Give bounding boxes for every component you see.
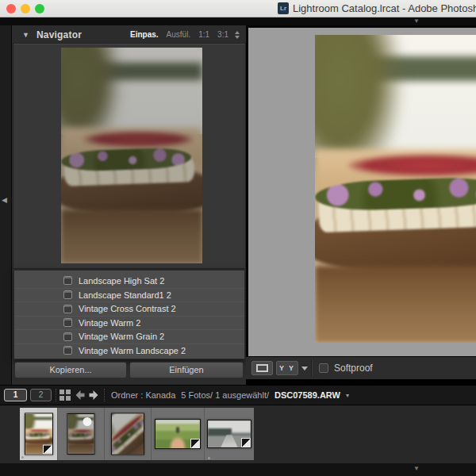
view-toolbar: Y Y Softproof — [246, 356, 476, 379]
adjustment-badge-icon[interactable] — [43, 445, 52, 455]
bottom-panel-strip: ▼ — [0, 463, 476, 476]
left-panel-collapse-icon[interactable]: ◀ — [2, 196, 7, 204]
loupe-view-icon — [256, 364, 268, 372]
thumb-photo — [111, 413, 144, 455]
lightroom-window: Lr Lightroom Catalog.lrcat - Adobe Photo… — [0, 0, 476, 476]
filmstrip-header-bar: 1 2 Ordner : Kanada 5 Fotos/ 1 ausgewähl… — [0, 385, 476, 405]
left-panel: ▼ Navigator Einpas. Ausfül. 1:1 3:1 Land… — [11, 25, 246, 385]
preset-item[interactable]: Landscape Standard1 2 — [14, 288, 244, 302]
filmstrip-thumb-4[interactable] — [151, 408, 204, 460]
previous-photo-icon[interactable] — [74, 390, 86, 401]
titlebar: Lr Lightroom Catalog.lrcat - Adobe Photo… — [0, 0, 476, 17]
preset-icon — [63, 305, 72, 313]
navigator-preview-box — [13, 43, 246, 269]
paste-settings-button[interactable]: Einfügen — [129, 362, 244, 378]
top-panel-strip: ▼ — [0, 17, 476, 25]
preset-label: Landscape High Sat 2 — [79, 276, 164, 286]
folder-label: Ordner : Kanada — [111, 390, 175, 400]
window-title-group: Lr Lightroom Catalog.lrcat - Adobe Photo… — [278, 2, 476, 14]
adjustment-badge-icon[interactable] — [241, 438, 251, 447]
copy-settings-button[interactable]: Kopieren... — [14, 362, 127, 378]
filename-caret-icon: ▾ — [346, 392, 349, 399]
loupe-view-button[interactable] — [251, 361, 273, 375]
filmstrip — [0, 405, 476, 463]
selected-filename: DSC07589.ARW — [274, 390, 340, 400]
bottom-panel-collapse-icon[interactable]: ▼ — [413, 465, 420, 472]
grid-view-icon[interactable] — [60, 390, 71, 401]
zoom-3-1-option[interactable]: 3:1 — [217, 30, 228, 39]
zoom-stepper[interactable] — [235, 31, 240, 39]
adjustment-badge-icon[interactable] — [190, 439, 200, 448]
filmstrip-thumb-3[interactable] — [104, 408, 151, 460]
left-panel-rail: ◀ — [0, 25, 11, 385]
disclosure-triangle-icon[interactable]: ▼ — [22, 31, 29, 39]
filmstrip-thumb-5[interactable] — [204, 408, 254, 460]
preset-label: Vintage Cross Contrast 2 — [79, 304, 176, 313]
next-photo-icon[interactable] — [88, 390, 100, 401]
navigator-preview-image[interactable] — [61, 48, 202, 263]
flag-dot — [208, 457, 210, 459]
preset-icon — [63, 346, 72, 355]
separator — [104, 389, 105, 401]
top-panel-collapse-icon[interactable]: ▼ — [413, 17, 420, 25]
preset-item[interactable]: Vintage Warm Grain 2 — [14, 329, 244, 344]
main-photo[interactable] — [315, 35, 476, 343]
preset-list: Landscape High Sat 2 Landscape Standard1… — [13, 270, 245, 359]
preset-item[interactable]: Vintage Warm 2 — [14, 316, 244, 330]
window-title: Lightroom Catalog.lrcat - Adobe Photosho… — [293, 2, 476, 14]
navigator-title: Navigator — [36, 29, 82, 40]
filmstrip-cells — [20, 408, 254, 460]
main-view-area — [246, 25, 476, 356]
filmstrip-source-indicator[interactable]: Ordner : Kanada 5 Fotos/ 1 ausgewählt/ D… — [111, 390, 349, 400]
preset-label: Landscape Standard1 2 — [79, 290, 171, 300]
zoom-1-1-option[interactable]: 1:1 — [198, 30, 209, 39]
preset-icon — [63, 332, 72, 341]
filmstrip-thumb-1[interactable] — [20, 408, 57, 460]
copy-paste-row: Kopieren... Einfügen — [14, 362, 244, 379]
lightroom-doc-icon: Lr — [278, 2, 289, 14]
close-window-button[interactable] — [6, 4, 16, 13]
preset-icon — [63, 290, 72, 299]
preset-icon — [63, 276, 72, 285]
softproof-checkbox[interactable] — [319, 363, 328, 373]
separator — [56, 389, 56, 401]
zoom-fill-option[interactable]: Ausfül. — [167, 30, 191, 39]
secondary-monitor-button[interactable]: 2 — [30, 389, 52, 401]
filmstrip-thumb-2[interactable] — [57, 408, 104, 460]
minimize-window-button[interactable] — [21, 4, 30, 13]
preset-item[interactable]: Vintage Cross Contrast 2 — [14, 301, 244, 316]
zoom-window-button[interactable] — [35, 4, 44, 13]
preset-label: Vintage Warm Landscape 2 — [79, 346, 186, 355]
selection-count-label: 5 Fotos/ 1 ausgewählt/ — [181, 390, 269, 400]
softproof-label: Softproof — [334, 363, 373, 374]
primary-monitor-button[interactable]: 1 — [4, 389, 27, 401]
flag-dot — [21, 456, 24, 459]
zoom-fit-option[interactable]: Einpas. — [130, 30, 159, 39]
preset-label: Vintage Warm Grain 2 — [79, 332, 164, 341]
before-after-dropdown-icon[interactable] — [301, 367, 308, 370]
preset-label: Vintage Warm 2 — [79, 318, 140, 328]
navigator-header: ▼ Navigator Einpas. Ausfül. 1:1 3:1 — [12, 26, 247, 43]
loupe-canvas — [248, 28, 476, 356]
before-after-view-button[interactable]: Y Y — [276, 361, 298, 375]
sun-highlight — [83, 417, 92, 426]
preset-icon — [63, 318, 72, 327]
preset-item[interactable]: Landscape High Sat 2 — [14, 274, 244, 288]
preset-item[interactable]: Vintage Warm Landscape 2 — [14, 344, 244, 358]
toolbar-divider — [311, 360, 312, 376]
